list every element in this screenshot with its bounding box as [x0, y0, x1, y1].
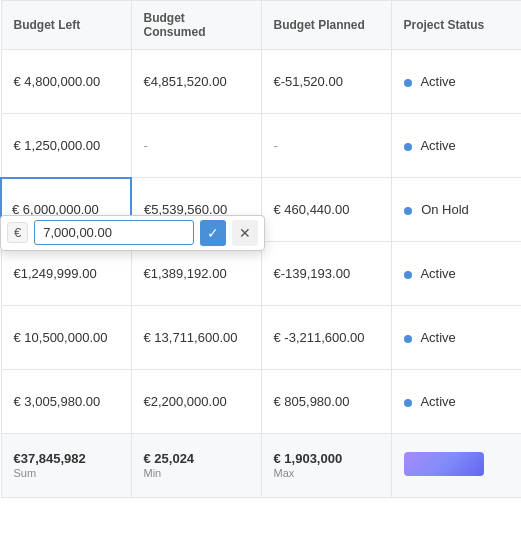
cancel-button[interactable]: ✕	[232, 220, 258, 246]
table-row: € 1,250,000.00 - - Active	[1, 114, 521, 178]
status-label: Active	[420, 330, 455, 345]
budget-planned-cell: € 805,980.00	[261, 370, 391, 434]
budget-planned-cell: € 460,440.00	[261, 178, 391, 242]
budget-planned-cell: € -3,211,600.00	[261, 306, 391, 370]
table-row: €1,249,999.00 €1,389,192.00 €-139,193.00…	[1, 242, 521, 306]
summary-budget-left-label: Sum	[14, 467, 37, 479]
status-label: Active	[420, 74, 455, 89]
status-cell: Active	[391, 370, 521, 434]
table-row: € 10,500,000.00 € 13,711,600.00 € -3,211…	[1, 306, 521, 370]
budget-planned-cell: €-139,193.00	[261, 242, 391, 306]
status-dot	[404, 143, 412, 151]
data-table: Budget Left Budget Consumed Budget Plann…	[0, 0, 521, 498]
status-dot	[404, 207, 412, 215]
status-label: Active	[420, 266, 455, 281]
purple-bar-chart	[404, 452, 484, 476]
summary-consumed-val: € 25,024	[144, 451, 249, 466]
budget-left-cell: € 10,500,000.00	[1, 306, 131, 370]
inline-editor: € ✓ ✕	[0, 215, 265, 251]
budget-planned-cell: €-51,520.00	[261, 50, 391, 114]
status-dot	[404, 335, 412, 343]
budget-planned-cell: -	[261, 114, 391, 178]
editor-prefix: €	[7, 222, 28, 243]
summary-planned-val: € 1,903,000	[274, 451, 379, 466]
budget-left-cell: €1,249,999.00	[1, 242, 131, 306]
summary-status	[391, 434, 521, 498]
editor-input[interactable]	[34, 220, 194, 245]
summary-budget-planned: € 1,903,000 Max	[261, 434, 391, 498]
table-row-editing: € 6,000,000.00 € ✓ ✕ €5,539,560.00 € 460…	[1, 178, 521, 242]
status-label: On Hold	[421, 202, 469, 217]
budget-left-cell: € 3,005,980.00	[1, 370, 131, 434]
budget-consumed-cell: -	[131, 114, 261, 178]
status-dot	[404, 399, 412, 407]
budget-consumed-cell: € 13,711,600.00	[131, 306, 261, 370]
status-cell: Active	[391, 114, 521, 178]
budget-consumed-cell: €1,389,192.00	[131, 242, 261, 306]
status-dot	[404, 79, 412, 87]
status-cell: Active	[391, 242, 521, 306]
summary-planned-label: Max	[274, 467, 295, 479]
summary-budget-left: €37,845,982 Sum	[1, 434, 131, 498]
summary-consumed-label: Min	[144, 467, 162, 479]
summary-budget-left-val: €37,845,982	[14, 451, 119, 466]
budget-consumed-cell: €4,851,520.00	[131, 50, 261, 114]
budget-left-cell-editing: € 6,000,000.00 € ✓ ✕	[1, 178, 131, 242]
col-project-status: Project Status	[391, 1, 521, 50]
summary-budget-consumed: € 25,024 Min	[131, 434, 261, 498]
status-label: Active	[420, 138, 455, 153]
table-row: € 4,800,000.00 €4,851,520.00 €-51,520.00…	[1, 50, 521, 114]
status-cell: Active	[391, 306, 521, 370]
col-budget-consumed: Budget Consumed	[131, 1, 261, 50]
status-cell: Active	[391, 50, 521, 114]
budget-left-cell: € 4,800,000.00	[1, 50, 131, 114]
budget-consumed-cell: €2,200,000.00	[131, 370, 261, 434]
confirm-button[interactable]: ✓	[200, 220, 226, 246]
col-budget-planned: Budget Planned	[261, 1, 391, 50]
summary-row: €37,845,982 Sum € 25,024 Min € 1,903,000…	[1, 434, 521, 498]
col-budget-left: Budget Left	[1, 1, 131, 50]
table-row: € 3,005,980.00 €2,200,000.00 € 805,980.0…	[1, 370, 521, 434]
status-label: Active	[420, 394, 455, 409]
status-dot	[404, 271, 412, 279]
status-cell: On Hold	[391, 178, 521, 242]
budget-left-cell: € 1,250,000.00	[1, 114, 131, 178]
